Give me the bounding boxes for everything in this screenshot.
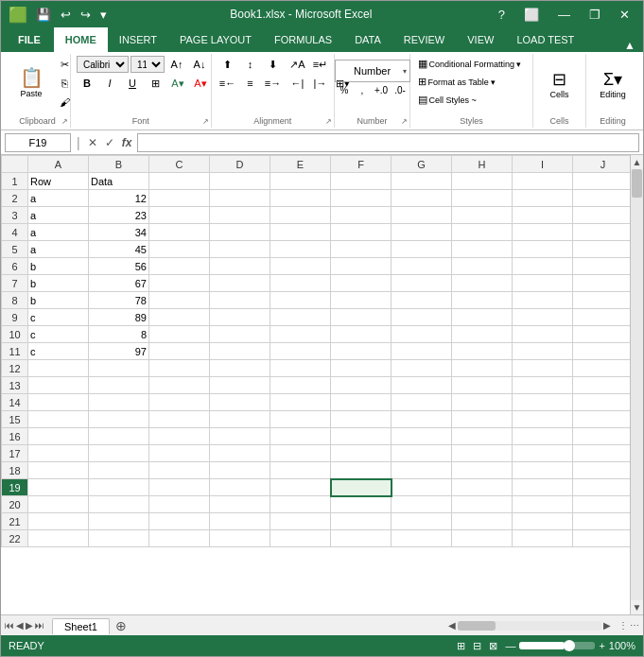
cell[interactable] <box>270 377 331 394</box>
cell[interactable] <box>270 394 331 411</box>
row-header-8[interactable]: 8 <box>2 292 28 309</box>
cell[interactable] <box>573 190 631 207</box>
scroll-track[interactable] <box>631 169 643 600</box>
cell[interactable] <box>331 173 392 190</box>
cell[interactable] <box>573 207 631 224</box>
cell[interactable] <box>513 360 573 377</box>
cell[interactable] <box>270 258 331 275</box>
help-btn[interactable]: ? <box>493 6 511 24</box>
cell[interactable] <box>452 411 513 428</box>
cell[interactable] <box>392 377 452 394</box>
cell[interactable] <box>89 394 149 411</box>
row-header-3[interactable]: 3 <box>2 207 28 224</box>
cell[interactable] <box>331 462 392 479</box>
cell[interactable] <box>513 445 573 462</box>
cell[interactable] <box>210 326 270 343</box>
cell[interactable] <box>452 360 513 377</box>
cell[interactable] <box>573 462 631 479</box>
tab-review[interactable]: REVIEW <box>392 27 456 52</box>
tab-load-test[interactable]: LOAD TEST <box>505 27 585 52</box>
grid-area[interactable]: A B C D E F G H I J 1RowData2 <box>1 155 630 614</box>
conditional-formatting-btn[interactable]: ▦ Conditional Formatting ▾ <box>414 56 526 72</box>
wrap-text-btn[interactable]: ≡↵ <box>310 56 331 73</box>
paste-button[interactable]: 📋 Paste <box>10 56 52 111</box>
cell[interactable] <box>452 241 513 258</box>
bold-button[interactable]: B <box>77 75 97 92</box>
row-header-13[interactable]: 13 <box>2 377 28 394</box>
col-header-G[interactable]: G <box>392 156 452 173</box>
cell[interactable] <box>331 513 392 530</box>
cell[interactable]: 12 <box>89 190 149 207</box>
cell[interactable] <box>392 190 452 207</box>
cell[interactable] <box>573 360 631 377</box>
qat-dropdown[interactable]: ▾ <box>97 7 110 23</box>
close-btn[interactable]: ✕ <box>614 6 635 24</box>
cell[interactable] <box>573 224 631 241</box>
cell[interactable]: b <box>28 258 89 275</box>
cell[interactable] <box>452 343 513 360</box>
cell[interactable] <box>513 275 573 292</box>
cell[interactable] <box>392 513 452 530</box>
format-as-table-btn[interactable]: ⊞ Format as Table ▾ <box>414 74 499 90</box>
cell[interactable] <box>210 394 270 411</box>
cells-button[interactable]: ⊟ Cells <box>544 67 574 101</box>
cell[interactable] <box>452 258 513 275</box>
cell[interactable] <box>149 207 210 224</box>
cell[interactable] <box>513 343 573 360</box>
cell[interactable] <box>149 513 210 530</box>
cell[interactable] <box>331 496 392 513</box>
cell[interactable] <box>452 479 513 496</box>
scroll-right-btn[interactable]: ▶ <box>603 620 611 631</box>
font-expand[interactable]: ↗ <box>202 117 209 126</box>
cell[interactable] <box>392 275 452 292</box>
cell[interactable] <box>331 309 392 326</box>
cell[interactable] <box>331 224 392 241</box>
cell[interactable] <box>452 207 513 224</box>
cell[interactable]: 56 <box>89 258 149 275</box>
cell[interactable] <box>89 530 149 547</box>
col-header-J[interactable]: J <box>573 156 631 173</box>
cell[interactable] <box>392 479 452 496</box>
cell[interactable] <box>331 190 392 207</box>
cell[interactable] <box>452 173 513 190</box>
cell[interactable]: b <box>28 292 89 309</box>
number-format-box[interactable]: Number ▾ <box>335 60 410 82</box>
cell[interactable]: 89 <box>89 309 149 326</box>
ribbon-expand-icon[interactable]: ▲ <box>620 39 639 52</box>
cell[interactable] <box>149 258 210 275</box>
sheet-nav-first[interactable]: ⏮ <box>5 620 14 631</box>
row-header-1[interactable]: 1 <box>2 173 28 190</box>
cell[interactable] <box>149 394 210 411</box>
cell[interactable] <box>149 343 210 360</box>
cell[interactable]: b <box>28 275 89 292</box>
row-header-14[interactable]: 14 <box>2 394 28 411</box>
scroll-thumb[interactable] <box>632 169 642 198</box>
hscroll-track[interactable] <box>458 621 601 631</box>
tab-page-layout[interactable]: PAGE LAYOUT <box>168 27 263 52</box>
cell[interactable] <box>573 428 631 445</box>
row-header-6[interactable]: 6 <box>2 258 28 275</box>
row-header-12[interactable]: 12 <box>2 360 28 377</box>
cell[interactable] <box>210 411 270 428</box>
cell[interactable]: 23 <box>89 207 149 224</box>
hscroll-thumb[interactable] <box>458 621 496 631</box>
cell[interactable] <box>270 462 331 479</box>
cell[interactable] <box>28 360 89 377</box>
alignment-expand[interactable]: ↗ <box>325 117 332 126</box>
cell[interactable] <box>149 496 210 513</box>
scroll-down-btn[interactable]: ▼ <box>631 600 643 614</box>
cell[interactable] <box>392 428 452 445</box>
scroll-left-btn[interactable]: ◀ <box>448 620 456 631</box>
row-header-20[interactable]: 20 <box>2 496 28 513</box>
cell[interactable] <box>149 462 210 479</box>
cell[interactable] <box>270 309 331 326</box>
cell[interactable] <box>452 326 513 343</box>
cell[interactable] <box>513 241 573 258</box>
row-header-2[interactable]: 2 <box>2 190 28 207</box>
cell[interactable] <box>270 326 331 343</box>
cell[interactable] <box>392 258 452 275</box>
cell[interactable] <box>210 173 270 190</box>
cell[interactable]: a <box>28 241 89 258</box>
cell[interactable] <box>392 394 452 411</box>
cell[interactable] <box>210 360 270 377</box>
